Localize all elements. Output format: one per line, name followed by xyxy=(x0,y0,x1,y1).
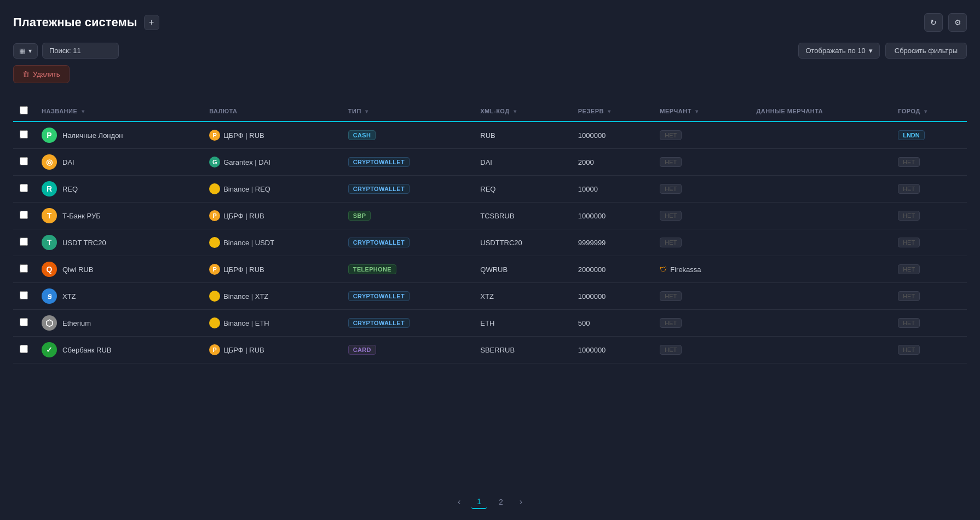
currency-text-8: ЦБРФ | RUB xyxy=(223,346,264,354)
currency-icon-5: P xyxy=(209,264,220,275)
sort-icon-city[interactable]: ▾ xyxy=(924,108,927,114)
table-row: P Наличные Лондон P ЦБРФ | RUB CASHRUB10… xyxy=(13,122,967,149)
currency-icon-0: P xyxy=(209,130,220,141)
table-row: ⬡ Etherium ◆ Binance | ETH CRYPTOWALLETE… xyxy=(13,310,967,337)
currency-text-7: Binance | ETH xyxy=(223,319,269,327)
merchant-data-0 xyxy=(750,122,892,149)
col-city: ГОРОД ▾ xyxy=(891,101,967,122)
type-badge-7: CRYPTOWALLET xyxy=(348,318,410,328)
coin-icon-7: ⬡ xyxy=(42,315,57,331)
city-tag-0: LNDN xyxy=(898,130,925,140)
merchant-not-3: НЕТ xyxy=(660,211,682,221)
next-page-button[interactable]: › xyxy=(515,495,527,509)
prev-page-button[interactable]: ‹ xyxy=(453,495,465,509)
type-badge-5: TELEPHONE xyxy=(348,264,396,274)
refresh-button[interactable]: ↻ xyxy=(924,13,943,32)
merchant-not-6: НЕТ xyxy=(660,291,682,301)
trash-icon: 🗑 xyxy=(22,70,30,78)
filter-select[interactable]: ▦ ▾ xyxy=(13,43,38,59)
merchant-data-6 xyxy=(750,283,892,310)
xml-code-2: REQ xyxy=(474,176,571,203)
row-checkbox-1[interactable] xyxy=(20,157,28,165)
reserve-5: 2000000 xyxy=(572,256,653,283)
col-currency: ВАЛЮТА xyxy=(203,101,342,122)
page-1[interactable]: 1 xyxy=(471,495,487,509)
currency-cell-3: P ЦБРФ | RUB xyxy=(209,210,335,221)
row-checkbox-0[interactable] xyxy=(20,130,28,138)
xml-code-8: SBERRUB xyxy=(474,337,571,363)
filter-chevron: ▾ xyxy=(28,47,32,55)
merchant-not-2: НЕТ xyxy=(660,184,682,194)
currency-text-3: ЦБРФ | RUB xyxy=(223,212,264,220)
currency-icon-1: G xyxy=(209,157,220,167)
xml-code-0: RUB xyxy=(474,122,571,149)
city-not-6: НЕТ xyxy=(898,291,920,301)
name-cell-8: ✓ Сбербанк RUB xyxy=(42,342,196,357)
currency-cell-4: ◆ Binance | USDT xyxy=(209,237,335,248)
row-name-1: DAI xyxy=(62,158,74,166)
row-checkbox-6[interactable] xyxy=(20,291,28,299)
row-name-0: Наличные Лондон xyxy=(62,131,123,140)
sort-icon-name[interactable]: ▾ xyxy=(82,108,85,114)
col-type: ТИП ▾ xyxy=(342,101,474,122)
currency-icon-7: ◆ xyxy=(209,317,220,328)
col-reserve: РЕЗЕРВ ▾ xyxy=(572,101,653,122)
city-not-5: НЕТ xyxy=(898,264,920,274)
shield-icon-5: 🛡 xyxy=(660,265,667,274)
name-cell-4: T USDT TRC20 xyxy=(42,235,196,250)
row-checkbox-7[interactable] xyxy=(20,318,28,326)
type-badge-6: CRYPTOWALLET xyxy=(348,291,410,301)
type-badge-3: SBP xyxy=(348,211,371,221)
row-checkbox-4[interactable] xyxy=(20,238,28,246)
city-not-8: НЕТ xyxy=(898,345,920,355)
reserve-1: 2000 xyxy=(572,149,653,176)
search-input[interactable] xyxy=(42,43,119,59)
sort-icon-type[interactable]: ▾ xyxy=(365,108,368,114)
coin-icon-5: Q xyxy=(42,262,57,277)
display-select[interactable]: Отображать по 10 ▾ xyxy=(798,43,879,59)
page-2[interactable]: 2 xyxy=(493,495,509,509)
row-checkbox-3[interactable] xyxy=(20,211,28,219)
col-xml-code: XML-КОД ▾ xyxy=(474,101,571,122)
xml-code-5: QWRUB xyxy=(474,256,571,283)
add-button[interactable]: + xyxy=(144,15,159,30)
reset-filters-button[interactable]: Сбросить фильтры xyxy=(885,43,967,59)
currency-cell-8: P ЦБРФ | RUB xyxy=(209,344,335,355)
xml-code-6: XTZ xyxy=(474,283,571,310)
page-title: Платежные системы xyxy=(13,15,137,30)
row-checkbox-2[interactable] xyxy=(20,184,28,192)
row-checkbox-8[interactable] xyxy=(20,345,28,353)
xml-code-4: USDTTRC20 xyxy=(474,229,571,256)
sort-icon-reserve[interactable]: ▾ xyxy=(608,108,611,114)
refresh-icon: ↻ xyxy=(930,18,937,27)
row-name-7: Etherium xyxy=(62,319,91,327)
currency-text-2: Binance | REQ xyxy=(223,185,270,193)
currency-icon-8: P xyxy=(209,344,220,355)
merchant-name-5: Firekassa xyxy=(670,265,701,274)
select-all-checkbox[interactable] xyxy=(20,106,28,114)
currency-icon-4: ◆ xyxy=(209,237,220,248)
coin-icon-1: ◎ xyxy=(42,154,57,170)
merchant-not-7: НЕТ xyxy=(660,318,682,328)
city-not-3: НЕТ xyxy=(898,211,920,221)
col-merchant-data: ДАННЫЕ МЕРЧАНТА xyxy=(750,101,892,122)
merchant-not-4: НЕТ xyxy=(660,238,682,247)
delete-button[interactable]: 🗑 Удалить xyxy=(13,65,70,83)
row-checkbox-5[interactable] xyxy=(20,264,28,273)
xml-code-1: DAI xyxy=(474,149,571,176)
currency-cell-7: ◆ Binance | ETH xyxy=(209,317,335,328)
sort-icon-xml[interactable]: ▾ xyxy=(514,108,517,114)
name-cell-3: Т Т-Банк РУБ xyxy=(42,208,196,223)
row-name-2: REQ xyxy=(62,185,78,193)
coin-icon-2: R xyxy=(42,181,57,197)
type-badge-2: CRYPTOWALLET xyxy=(348,184,410,194)
currency-text-4: Binance | USDT xyxy=(223,239,274,247)
name-cell-7: ⬡ Etherium xyxy=(42,315,196,331)
merchant-data-7 xyxy=(750,310,892,337)
coin-icon-4: T xyxy=(42,235,57,250)
reserve-4: 9999999 xyxy=(572,229,653,256)
settings-button[interactable]: ⚙ xyxy=(948,13,967,32)
city-not-1: НЕТ xyxy=(898,157,920,167)
row-name-4: USDT TRC20 xyxy=(62,239,106,247)
sort-icon-merchant[interactable]: ▾ xyxy=(695,108,699,114)
